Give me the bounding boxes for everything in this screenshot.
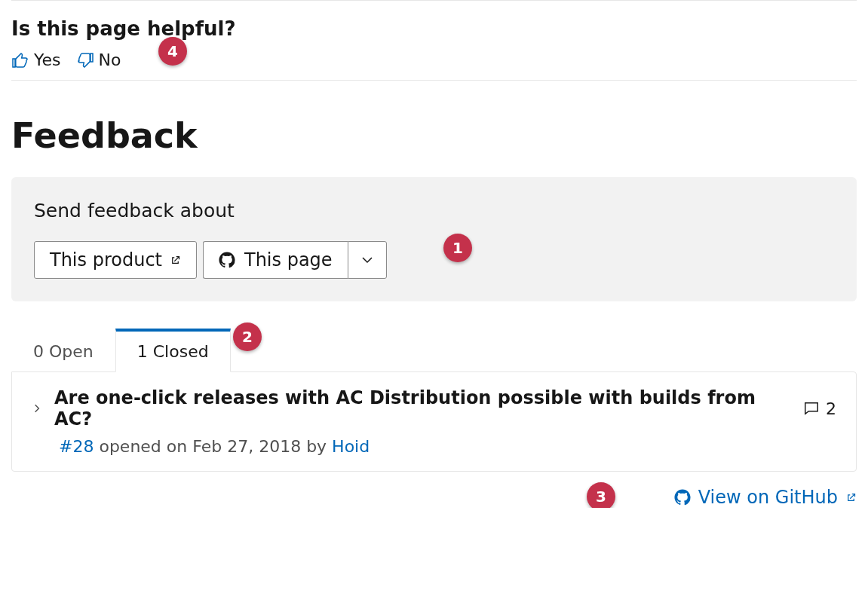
feedback-heading: Feedback [11, 115, 857, 156]
tab-closed[interactable]: 1 Closed [115, 329, 231, 372]
external-link-icon [170, 255, 181, 266]
this-product-label: This product [50, 249, 162, 271]
github-icon [219, 252, 235, 268]
yes-label: Yes [34, 50, 61, 69]
issue-row[interactable]: Are one-click releases with AC Distribut… [32, 387, 836, 430]
feedback-subheading: Send feedback about [34, 200, 834, 222]
feedback-tabs: 0 Open 1 Closed 2 [11, 329, 857, 371]
top-divider [11, 0, 857, 1]
no-label: No [99, 50, 121, 69]
callout-4: 4 [158, 37, 187, 66]
issue-number[interactable]: #28 [59, 437, 94, 456]
comment-icon [803, 400, 820, 417]
this-page-dropdown-button[interactable] [348, 241, 387, 279]
issue-meta-text: opened on Feb 27, 2018 by [94, 437, 332, 456]
helpful-row: Yes No 4 [11, 50, 857, 81]
view-on-github-link[interactable]: View on GitHub [674, 487, 857, 508]
thumbs-up-icon [11, 51, 29, 69]
chevron-down-icon [360, 253, 374, 267]
callout-3: 3 [587, 482, 615, 508]
feedback-box: Send feedback about This product This pa… [11, 177, 857, 301]
issue-meta: #28 opened on Feb 27, 2018 by Hoid [59, 437, 836, 456]
this-product-button[interactable]: This product [34, 241, 197, 279]
chevron-right-icon [32, 399, 42, 417]
thumbs-down-icon [76, 51, 94, 69]
this-page-label: This page [244, 249, 333, 271]
helpful-yes-button[interactable]: Yes [11, 50, 61, 69]
issue-comments: 2 [803, 399, 836, 418]
this-page-button[interactable]: This page [203, 241, 348, 279]
feedback-button-row: This product This page 1 [34, 241, 834, 279]
helpful-heading: Is this page helpful? [11, 17, 857, 40]
github-link-label: View on GitHub [698, 487, 838, 508]
callout-2: 2 [233, 323, 262, 351]
tab-open[interactable]: 0 Open [11, 331, 115, 371]
github-icon [674, 489, 691, 506]
callout-1: 1 [443, 234, 472, 262]
this-page-split-button: This page [203, 241, 387, 279]
comment-count: 2 [826, 399, 836, 418]
external-link-icon [845, 492, 857, 503]
footer-row: 3 View on GitHub [11, 487, 857, 508]
issue-list: Are one-click releases with AC Distribut… [11, 371, 857, 472]
issue-title: Are one-click releases with AC Distribut… [54, 387, 791, 430]
issue-author[interactable]: Hoid [332, 437, 370, 456]
helpful-no-button[interactable]: No [76, 50, 121, 69]
